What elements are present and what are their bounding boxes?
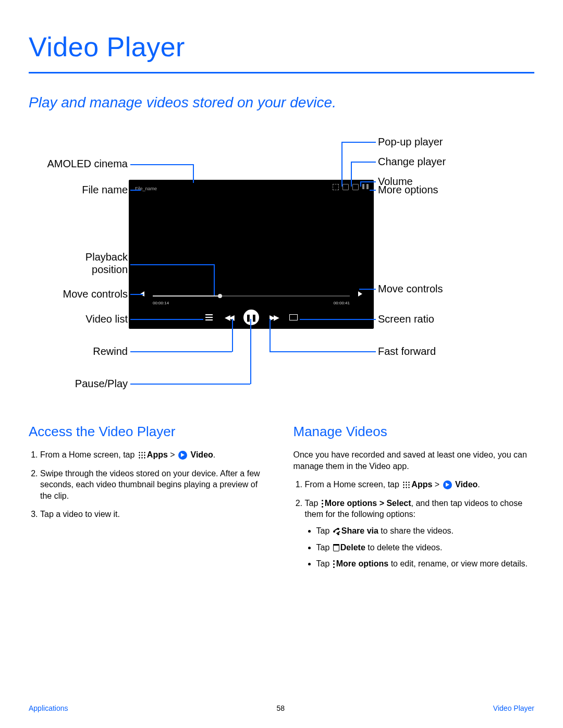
more-icon (322, 500, 324, 508)
progress-bar: 00:00:14 00:00:41 (153, 293, 350, 299)
change-player-icon (342, 184, 349, 190)
label-amoled: AMOLED cinema (47, 158, 128, 170)
section-access: Access the Video Player From a Home scre… (29, 424, 270, 577)
apps-icon (138, 451, 146, 459)
label-popup: Pop-up player (378, 136, 443, 148)
time-elapsed: 00:00:14 (153, 301, 169, 305)
move-right-icon (358, 291, 362, 297)
label-change-player: Change player (378, 156, 446, 168)
footer-page: 58 (276, 704, 285, 712)
player-diagram: File_name 00:00:14 00:00:41 (29, 127, 534, 403)
page-subtitle: Play and manage videos stored on your de… (29, 94, 534, 111)
manage-bullet-delete: Tap Delete to delete the videos. (316, 542, 535, 553)
label-move-controls-right: Move controls (378, 283, 443, 295)
page-footer: Applications 58 Video Player (29, 704, 534, 712)
access-title: Access the Video Player (29, 424, 270, 440)
footer-right: Video Player (493, 704, 534, 712)
screen-ratio-icon (288, 312, 299, 323)
more-icon (333, 560, 335, 568)
player-filename-text: File_name (129, 186, 157, 191)
popup-icon (333, 184, 339, 190)
volume-icon (352, 184, 359, 190)
controls-row: ◀◀ ❚❚ ▶▶ (129, 308, 374, 327)
video-list-icon (204, 312, 214, 323)
manage-intro: Once you have recorded and saved at leas… (293, 449, 535, 472)
video-icon (178, 451, 187, 460)
player-mock: File_name 00:00:14 00:00:41 (129, 180, 374, 329)
label-pause-play: Pause/Play (75, 378, 128, 390)
page-title: Video Player (29, 31, 534, 63)
footer-left: Applications (29, 704, 68, 712)
apps-icon (402, 481, 410, 489)
label-screen-ratio: Screen ratio (378, 313, 434, 325)
share-icon (333, 528, 340, 535)
time-total: 00:00:41 (334, 301, 350, 305)
video-icon (443, 480, 452, 489)
label-filename: File name (82, 184, 128, 196)
section-manage: Manage Videos Once you have recorded and… (293, 424, 535, 577)
label-rewind: Rewind (93, 346, 128, 357)
label-more-options: More options (378, 184, 438, 196)
manage-title: Manage Videos (293, 424, 535, 440)
delete-icon (333, 544, 339, 551)
manage-bullet-more: Tap More options to edit, rename, or vie… (316, 558, 535, 570)
manage-step-1: From a Home screen, tap Apps > Video. (305, 479, 535, 490)
access-step-3: Tap a video to view it. (40, 509, 270, 520)
title-rule (29, 72, 534, 73)
label-video-list: Video list (85, 313, 128, 325)
manage-bullet-share: Tap Share via to share the videos. (316, 525, 535, 537)
access-step-1: From a Home screen, tap Apps > Video. (40, 449, 270, 461)
label-move-controls-left: Move controls (63, 288, 128, 300)
access-step-2: Swipe through the videos stored on your … (40, 468, 270, 502)
label-playback: Playback position (85, 251, 128, 276)
pause-play-icon: ❚❚ (243, 310, 259, 325)
more-options-icon (362, 184, 369, 189)
label-fast-forward: Fast forward (378, 346, 436, 357)
manage-step-2: Tap More options > Select, and then tap … (305, 498, 535, 570)
